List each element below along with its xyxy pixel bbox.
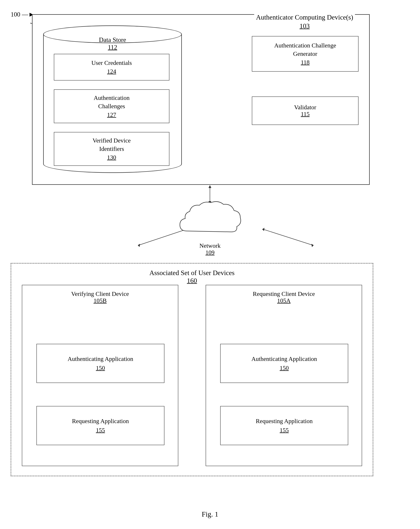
- requesting-client-title: Requesting Client Device 105A: [253, 291, 315, 304]
- requesting-auth-app-box: Authenticating Application 150: [220, 344, 348, 383]
- verifying-client-device-box: Verifying Client Device 105B Authenticat…: [22, 285, 178, 466]
- requesting-req-app-box: Requesting Application 155: [220, 406, 348, 445]
- svg-marker-10: [208, 185, 211, 188]
- svg-marker-12: [312, 244, 314, 247]
- authentication-challenges-box: AuthenticationChallenges 127: [54, 89, 169, 123]
- user-devices-title: Associated Set of User Devices 160: [149, 269, 234, 284]
- verifying-auth-app-box: Authenticating Application 150: [36, 344, 164, 383]
- network-area: Network 109: [169, 199, 251, 256]
- authenticator-title: Authenticator Computing Device(s) 103: [254, 13, 355, 31]
- svg-marker-15: [138, 244, 140, 247]
- svg-line-11: [263, 229, 313, 245]
- validator-box: Validator 115: [252, 96, 358, 125]
- figure-label: Fig. 1: [202, 510, 218, 518]
- ref-100-label: 100 ―►: [11, 11, 35, 18]
- authenticator-computing-device-box: Authenticator Computing Device(s) 103 Da…: [32, 14, 370, 185]
- auth-challenge-gen-box: Authentication ChallengeGenerator 118: [252, 36, 358, 72]
- user-credentials-box: User Credentials 124: [54, 54, 169, 80]
- data-store-area: Data Store 112 User Credentials 124 Auth…: [43, 26, 182, 171]
- data-store-label: Data Store 112: [43, 36, 182, 51]
- svg-marker-13: [262, 228, 264, 231]
- verifying-client-title: Verifying Client Device 105B: [71, 291, 129, 304]
- cloud-svg: [176, 199, 244, 245]
- verifying-req-app-box: Requesting Application 155: [36, 406, 164, 445]
- verified-device-identifiers-box: Verified DeviceIdentifiers 130: [54, 132, 169, 166]
- requesting-client-device-box: Requesting Client Device 105A Authentica…: [206, 285, 362, 466]
- user-devices-box: Associated Set of User Devices 160 Verif…: [11, 263, 373, 476]
